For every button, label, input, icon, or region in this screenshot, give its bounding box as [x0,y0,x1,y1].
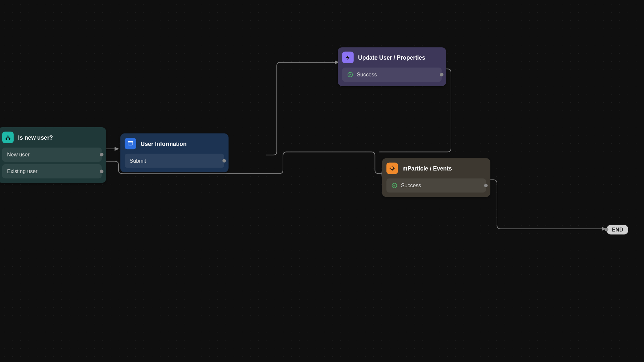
node-header: mParticle / Events [386,163,486,174]
node-header: Is new user? [2,131,102,143]
node-header: Update User / Properties [342,52,442,63]
node-title: User Information [140,140,186,147]
output-label: Success [401,182,421,189]
svg-point-6 [392,183,397,188]
end-node[interactable]: END [607,225,628,235]
flow-canvas[interactable]: Is new user? New user Existing user User… [0,0,644,362]
plugin-icon [386,163,398,174]
node-title: Update User / Properties [358,54,425,61]
input-port[interactable] [605,228,609,231]
svg-point-0 [6,138,7,139]
branch-icon [2,131,14,143]
svg-point-4 [348,72,353,77]
output-label: Submit [130,158,146,164]
success-check-icon [347,71,353,78]
node-mparticle-events[interactable]: mParticle / Events Success [382,158,490,197]
output-existing-user[interactable]: Existing user [2,164,102,178]
output-new-user[interactable]: New user [2,148,102,162]
output-label: New user [7,151,30,158]
node-user-information[interactable]: User Information Submit [120,133,228,172]
output-label: Existing user [7,168,38,174]
output-label: Success [357,71,377,78]
end-label: END [612,227,623,233]
svg-rect-5 [391,167,394,170]
node-update-user-properties[interactable]: Update User / Properties Success [338,47,446,86]
node-title: Is new user? [18,134,53,141]
svg-point-1 [9,138,10,139]
node-is-new-user[interactable]: Is new user? New user Existing user [0,127,106,183]
output-port[interactable] [100,170,103,173]
output-port[interactable] [484,184,488,187]
bolt-icon [342,52,354,63]
output-success[interactable]: Success [342,68,442,82]
svg-rect-2 [128,141,133,145]
success-check-icon [391,182,397,189]
node-title: mParticle / Events [402,165,452,171]
output-port[interactable] [440,73,443,76]
output-port[interactable] [100,153,103,156]
form-icon [125,138,136,149]
output-submit[interactable]: Submit [125,154,224,168]
output-port[interactable] [223,159,226,163]
node-header: User Information [125,138,224,149]
output-success[interactable]: Success [386,178,486,192]
